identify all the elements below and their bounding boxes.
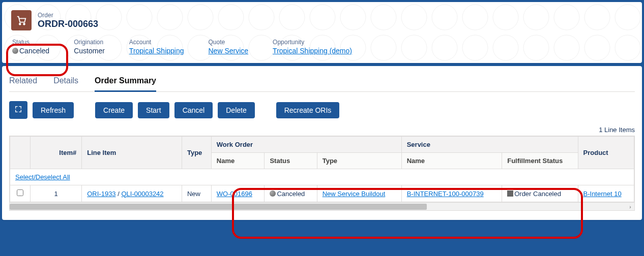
col-work-order: Work Order [211, 137, 401, 153]
qli-link[interactable]: QLI-00003242 [121, 190, 163, 198]
select-deselect-all-link[interactable]: Select/Deselect All [15, 173, 70, 181]
refresh-button[interactable]: Refresh [33, 102, 74, 118]
ori-link[interactable]: ORI-1933 [87, 190, 115, 198]
col-type: Type [182, 137, 211, 169]
cell-line-item: ORI-1933 / QLI-00003242 [82, 185, 182, 202]
account-link[interactable]: Tropical Shipping [129, 47, 184, 55]
page-title: ORDR-000663 [38, 19, 98, 29]
expand-button[interactable] [9, 101, 27, 119]
cart-icon [11, 10, 32, 30]
col-wo-status: Status [265, 153, 317, 169]
col-service: Service [401, 137, 578, 153]
field-origination: Origination Customer [74, 39, 105, 55]
field-opportunity: Opportunity Tropical Shipping (demo) [273, 39, 352, 55]
col-svc-name: Name [401, 153, 502, 169]
field-quote: Quote New Service [209, 39, 249, 55]
annotation-row-highlight [232, 188, 583, 239]
field-account: Account Tropical Shipping [129, 39, 184, 55]
svg-point-0 [19, 23, 21, 25]
row-checkbox[interactable] [17, 189, 23, 196]
col-product: Product [578, 137, 634, 169]
order-header: Order ORDR-000663 Status Canceled Origin… [2, 2, 642, 63]
col-line-item: Line Item [82, 137, 182, 169]
tab-order-summary[interactable]: Order Summary [95, 72, 156, 92]
col-item-no: Item# [31, 137, 82, 169]
create-button[interactable]: Create [95, 102, 133, 118]
svg-point-1 [23, 23, 25, 25]
select-all-row: Select/Deselect All [10, 169, 634, 185]
col-fulfillment: Fulfillment Status [502, 153, 578, 169]
recreate-oris-button[interactable]: Recreate ORIs [276, 102, 340, 118]
col-wo-type: Type [317, 153, 401, 169]
action-bar: Refresh Create Start Cancel Delete Recre… [9, 101, 635, 119]
cancel-button[interactable]: Cancel [174, 102, 213, 118]
opportunity-link[interactable]: Tropical Shipping (demo) [273, 47, 352, 55]
product-link[interactable]: B-Internet 10 [583, 190, 622, 198]
tabs: Related Details Order Summary [9, 72, 635, 92]
scroll-right-icon[interactable]: › [626, 203, 634, 211]
quote-link[interactable]: New Service [209, 47, 249, 55]
entity-label: Order [38, 12, 98, 19]
cell-type: New [182, 185, 211, 202]
cell-item-no: 1 [31, 185, 82, 202]
start-button[interactable]: Start [138, 102, 169, 118]
annotation-status-highlight [6, 44, 68, 76]
expand-icon [14, 105, 22, 113]
col-wo-name: Name [211, 153, 265, 169]
delete-button[interactable]: Delete [218, 102, 254, 118]
line-item-count: 1 Line Items [9, 126, 635, 134]
